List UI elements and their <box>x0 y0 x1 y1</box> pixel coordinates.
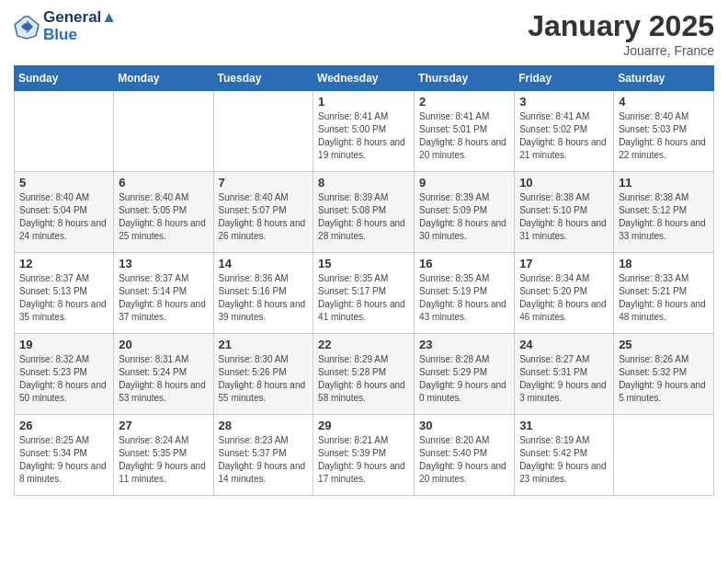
calendar-container: General▲ Blue January 2025 Jouarre, Fran… <box>0 0 728 505</box>
day-number: 14 <box>219 257 309 270</box>
day-info: Sunrise: 8:37 AM Sunset: 5:14 PM Dayligh… <box>119 272 208 324</box>
day-info: Sunrise: 8:34 AM Sunset: 5:20 PM Dayligh… <box>519 272 609 324</box>
calendar-cell: 25Sunrise: 8:26 AM Sunset: 5:32 PM Dayli… <box>614 334 714 415</box>
logo-icon <box>14 14 40 40</box>
day-info: Sunrise: 8:27 AM Sunset: 5:31 PM Dayligh… <box>519 353 609 405</box>
calendar-week-row: 1Sunrise: 8:41 AM Sunset: 5:00 PM Daylig… <box>15 91 714 172</box>
day-number: 11 <box>619 176 709 190</box>
calendar-week-row: 19Sunrise: 8:32 AM Sunset: 5:23 PM Dayli… <box>15 334 714 415</box>
day-number: 30 <box>419 419 509 432</box>
day-info: Sunrise: 8:28 AM Sunset: 5:29 PM Dayligh… <box>419 353 509 405</box>
calendar-cell: 5Sunrise: 8:40 AM Sunset: 5:04 PM Daylig… <box>15 172 114 253</box>
calendar-cell: 10Sunrise: 8:38 AM Sunset: 5:10 PM Dayli… <box>515 172 614 253</box>
weekday-header: Wednesday <box>313 66 415 91</box>
day-info: Sunrise: 8:19 AM Sunset: 5:42 PM Dayligh… <box>519 434 609 486</box>
day-number: 24 <box>519 338 609 351</box>
day-number: 16 <box>419 257 509 270</box>
day-info: Sunrise: 8:41 AM Sunset: 5:01 PM Dayligh… <box>419 110 509 162</box>
calendar-cell: 19Sunrise: 8:32 AM Sunset: 5:23 PM Dayli… <box>15 334 114 415</box>
calendar-cell: 2Sunrise: 8:41 AM Sunset: 5:01 PM Daylig… <box>415 91 515 172</box>
calendar-cell: 18Sunrise: 8:33 AM Sunset: 5:21 PM Dayli… <box>614 253 714 334</box>
day-info: Sunrise: 8:40 AM Sunset: 5:07 PM Dayligh… <box>219 191 309 243</box>
calendar-cell: 6Sunrise: 8:40 AM Sunset: 5:05 PM Daylig… <box>114 172 213 253</box>
day-info: Sunrise: 8:26 AM Sunset: 5:32 PM Dayligh… <box>619 353 709 405</box>
day-number: 6 <box>119 176 208 190</box>
calendar-cell: 7Sunrise: 8:40 AM Sunset: 5:07 PM Daylig… <box>213 172 313 253</box>
calendar-cell <box>15 91 114 172</box>
day-info: Sunrise: 8:33 AM Sunset: 5:21 PM Dayligh… <box>619 272 709 324</box>
calendar-cell: 31Sunrise: 8:19 AM Sunset: 5:42 PM Dayli… <box>515 415 614 496</box>
day-number: 21 <box>219 338 309 351</box>
calendar-cell: 15Sunrise: 8:35 AM Sunset: 5:17 PM Dayli… <box>313 253 415 334</box>
calendar-cell: 11Sunrise: 8:38 AM Sunset: 5:12 PM Dayli… <box>614 172 714 253</box>
day-info: Sunrise: 8:40 AM Sunset: 5:03 PM Dayligh… <box>619 110 709 162</box>
weekday-header: Tuesday <box>213 66 313 91</box>
title-block: January 2025 Jouarre, France <box>528 9 714 58</box>
day-number: 13 <box>119 257 208 270</box>
day-number: 19 <box>19 338 108 351</box>
calendar-cell: 21Sunrise: 8:30 AM Sunset: 5:26 PM Dayli… <box>213 334 313 415</box>
calendar-week-row: 26Sunrise: 8:25 AM Sunset: 5:34 PM Dayli… <box>15 415 714 496</box>
day-number: 27 <box>119 419 208 432</box>
calendar-cell: 22Sunrise: 8:29 AM Sunset: 5:28 PM Dayli… <box>313 334 415 415</box>
day-info: Sunrise: 8:31 AM Sunset: 5:24 PM Dayligh… <box>119 353 208 405</box>
calendar-cell: 17Sunrise: 8:34 AM Sunset: 5:20 PM Dayli… <box>515 253 614 334</box>
day-number: 22 <box>318 338 409 351</box>
calendar-cell: 12Sunrise: 8:37 AM Sunset: 5:13 PM Dayli… <box>15 253 114 334</box>
weekday-header: Sunday <box>15 66 114 91</box>
calendar-cell: 27Sunrise: 8:24 AM Sunset: 5:35 PM Dayli… <box>114 415 213 496</box>
day-info: Sunrise: 8:20 AM Sunset: 5:40 PM Dayligh… <box>419 434 509 486</box>
day-info: Sunrise: 8:25 AM Sunset: 5:34 PM Dayligh… <box>19 434 108 486</box>
calendar-cell: 8Sunrise: 8:39 AM Sunset: 5:08 PM Daylig… <box>313 172 415 253</box>
day-info: Sunrise: 8:39 AM Sunset: 5:09 PM Dayligh… <box>419 191 509 243</box>
header: General▲ Blue January 2025 Jouarre, Fran… <box>14 9 714 58</box>
day-number: 15 <box>318 257 409 270</box>
day-number: 25 <box>619 338 709 351</box>
weekday-header: Monday <box>114 66 213 91</box>
weekday-header: Thursday <box>415 66 515 91</box>
calendar-cell: 13Sunrise: 8:37 AM Sunset: 5:14 PM Dayli… <box>114 253 213 334</box>
day-number: 17 <box>519 257 609 270</box>
calendar-cell <box>213 91 313 172</box>
calendar-cell: 9Sunrise: 8:39 AM Sunset: 5:09 PM Daylig… <box>415 172 515 253</box>
logo: General▲ Blue <box>14 9 117 43</box>
day-info: Sunrise: 8:41 AM Sunset: 5:02 PM Dayligh… <box>519 110 609 162</box>
day-info: Sunrise: 8:23 AM Sunset: 5:37 PM Dayligh… <box>219 434 309 486</box>
day-number: 20 <box>119 338 208 351</box>
day-info: Sunrise: 8:24 AM Sunset: 5:35 PM Dayligh… <box>119 434 208 486</box>
day-info: Sunrise: 8:21 AM Sunset: 5:39 PM Dayligh… <box>318 434 409 486</box>
calendar-cell: 30Sunrise: 8:20 AM Sunset: 5:40 PM Dayli… <box>415 415 515 496</box>
calendar-cell: 29Sunrise: 8:21 AM Sunset: 5:39 PM Dayli… <box>313 415 415 496</box>
day-info: Sunrise: 8:39 AM Sunset: 5:08 PM Dayligh… <box>318 191 409 243</box>
calendar-cell: 16Sunrise: 8:35 AM Sunset: 5:19 PM Dayli… <box>415 253 515 334</box>
day-number: 1 <box>318 95 409 109</box>
day-info: Sunrise: 8:38 AM Sunset: 5:12 PM Dayligh… <box>619 191 709 243</box>
day-info: Sunrise: 8:38 AM Sunset: 5:10 PM Dayligh… <box>519 191 609 243</box>
day-info: Sunrise: 8:40 AM Sunset: 5:05 PM Dayligh… <box>119 191 208 243</box>
day-number: 12 <box>19 257 108 270</box>
day-info: Sunrise: 8:36 AM Sunset: 5:16 PM Dayligh… <box>219 272 309 324</box>
day-number: 5 <box>19 176 108 190</box>
day-info: Sunrise: 8:29 AM Sunset: 5:28 PM Dayligh… <box>318 353 409 405</box>
day-number: 3 <box>519 95 609 109</box>
month-title: January 2025 <box>528 9 714 43</box>
day-info: Sunrise: 8:30 AM Sunset: 5:26 PM Dayligh… <box>219 353 309 405</box>
day-number: 7 <box>219 176 309 190</box>
weekday-header: Friday <box>515 66 614 91</box>
calendar-cell: 26Sunrise: 8:25 AM Sunset: 5:34 PM Dayli… <box>15 415 114 496</box>
calendar-cell <box>114 91 213 172</box>
day-number: 18 <box>619 257 709 270</box>
day-number: 23 <box>419 338 509 351</box>
calendar-cell: 23Sunrise: 8:28 AM Sunset: 5:29 PM Dayli… <box>415 334 515 415</box>
day-number: 2 <box>419 95 509 109</box>
calendar-cell: 1Sunrise: 8:41 AM Sunset: 5:00 PM Daylig… <box>313 91 415 172</box>
day-number: 8 <box>318 176 409 190</box>
day-info: Sunrise: 8:35 AM Sunset: 5:17 PM Dayligh… <box>318 272 409 324</box>
day-info: Sunrise: 8:41 AM Sunset: 5:00 PM Dayligh… <box>318 110 409 162</box>
weekday-header-row: SundayMondayTuesdayWednesdayThursdayFrid… <box>15 66 714 91</box>
calendar-cell: 20Sunrise: 8:31 AM Sunset: 5:24 PM Dayli… <box>114 334 213 415</box>
logo-text: General▲ Blue <box>43 9 117 43</box>
day-number: 4 <box>619 95 709 109</box>
calendar-cell: 28Sunrise: 8:23 AM Sunset: 5:37 PM Dayli… <box>213 415 313 496</box>
calendar-cell: 24Sunrise: 8:27 AM Sunset: 5:31 PM Dayli… <box>515 334 614 415</box>
